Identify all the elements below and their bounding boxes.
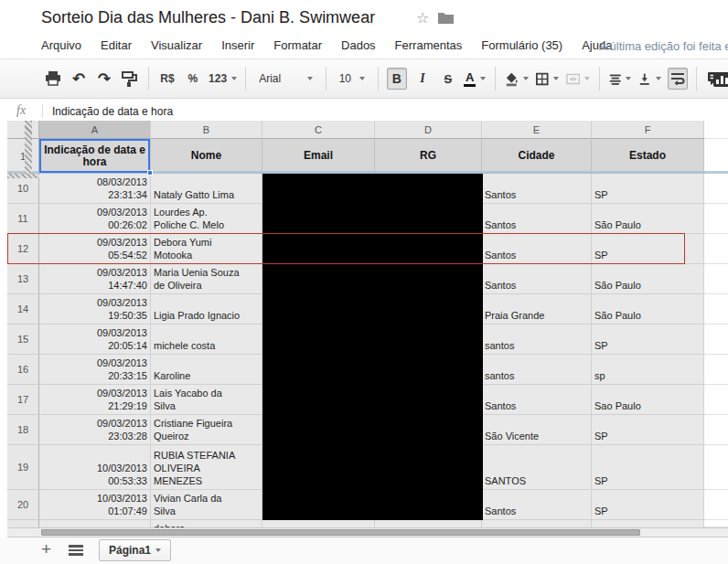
fill-handle[interactable]: [147, 170, 153, 176]
menu-dados[interactable]: Dados: [341, 38, 376, 52]
cell-datetime[interactable]: 09/03/2013 14:47:40: [39, 264, 151, 294]
cell-name[interactable]: Lais Yacabo da Silva: [151, 385, 262, 415]
column-header-d[interactable]: D: [375, 121, 482, 139]
row-header[interactable]: 15: [7, 325, 39, 355]
cell-city[interactable]: santos: [482, 355, 592, 385]
row-header[interactable]: 12: [7, 234, 39, 264]
cell-name-partial[interactable]: debora: [151, 520, 262, 527]
cell-state[interactable]: SP: [592, 174, 704, 204]
insert-chart-button[interactable]: [712, 69, 728, 90]
add-sheet-button[interactable]: +: [41, 539, 51, 559]
strikethrough-button[interactable]: S: [438, 68, 458, 90]
document-title[interactable]: Sorteio Dia das Mulheres - Dani B. Swimw…: [41, 8, 375, 27]
row-header[interactable]: 16: [7, 355, 39, 385]
cell-state[interactable]: SP: [592, 445, 704, 490]
column-header-c[interactable]: C: [262, 121, 375, 139]
print-button[interactable]: [43, 68, 63, 90]
cell-city[interactable]: Santos: [482, 174, 592, 204]
text-color-button[interactable]: A: [464, 68, 487, 90]
cell-state[interactable]: SP: [592, 415, 704, 445]
last-edit-status[interactable]: A última edição foi feita em: [599, 39, 728, 53]
cell-name[interactable]: Maria Uenia Souza de Oliveira: [151, 264, 262, 294]
formula-bar-input[interactable]: Indicação de data e hora: [52, 105, 173, 118]
menu-visualizar[interactable]: Visualizar: [151, 38, 202, 52]
column-header-f[interactable]: F: [592, 121, 704, 139]
wrap-text-button[interactable]: [668, 68, 688, 90]
cell-name[interactable]: Lourdes Ap. Poliche C. Melo: [151, 204, 262, 234]
cell-state[interactable]: SP: [592, 325, 704, 355]
cell-f1[interactable]: Estado: [592, 139, 704, 174]
borders-button[interactable]: [535, 68, 560, 90]
cell-state[interactable]: sp: [592, 355, 704, 385]
menu-ferramentas[interactable]: Ferramentas: [395, 38, 463, 52]
percent-format-button[interactable]: %: [183, 68, 203, 90]
cell-name[interactable]: Vivian Carla da Silva: [151, 490, 262, 520]
cell-datetime[interactable]: 10/03/2013 01:07:49: [39, 490, 151, 520]
scrollbar-thumb[interactable]: [41, 529, 640, 536]
cell-name[interactable]: Ligia Prado Ignacio: [151, 294, 262, 325]
cell-a1-selected[interactable]: Indicação de data e hora: [39, 139, 151, 174]
cell-datetime[interactable]: 09/03/2013 05:54:52: [39, 234, 151, 264]
cell-datetime[interactable]: 09/03/2013 20:33:15: [39, 355, 151, 385]
row-header[interactable]: 17: [7, 385, 39, 415]
cell-state[interactable]: São Paulo: [592, 264, 704, 294]
cell-name[interactable]: Cristiane Figueira Queiroz: [151, 415, 262, 445]
cell-datetime[interactable]: 08/03/2013 23:31:34: [39, 174, 151, 204]
currency-format-button[interactable]: R$: [157, 68, 177, 90]
cell-state[interactable]: São Paulo: [592, 294, 704, 325]
font-family-select[interactable]: Arial: [254, 68, 317, 90]
fill-color-button[interactable]: [504, 68, 530, 90]
cell-state[interactable]: Sao Paulo: [592, 385, 704, 415]
cell-name[interactable]: RUBIA STEFANIA OLIVEIRA MENEZES: [151, 445, 262, 490]
column-header-b[interactable]: B: [151, 121, 262, 139]
font-size-select[interactable]: 10: [335, 68, 369, 90]
cell-city[interactable]: São Vicente: [482, 415, 592, 445]
all-sheets-icon[interactable]: [69, 545, 83, 558]
cell-datetime[interactable]: 09/03/2013 21:29:19: [39, 385, 151, 415]
cell-state[interactable]: SP: [592, 490, 704, 520]
redo-button[interactable]: ↷: [94, 68, 114, 90]
paint-format-button[interactable]: [120, 68, 140, 90]
menu-formulario[interactable]: Formulário (35): [481, 38, 562, 52]
cell-state[interactable]: São Paulo: [592, 204, 704, 234]
row-header[interactable]: 13: [7, 264, 39, 294]
column-header-a[interactable]: A: [39, 121, 151, 139]
cell-d1[interactable]: RG: [375, 139, 482, 174]
merge-cells-button[interactable]: [565, 68, 591, 90]
row-header[interactable]: 19: [7, 445, 39, 490]
row-header[interactable]: 14: [7, 294, 39, 325]
horizontal-scrollbar[interactable]: [7, 527, 728, 537]
cell-name[interactable]: michele costa: [151, 325, 262, 355]
menu-formatar[interactable]: Formatar: [273, 38, 322, 52]
row-header[interactable]: 11: [7, 204, 39, 234]
cell-e1[interactable]: Cidade: [482, 139, 592, 174]
cell-city[interactable]: SANTOS: [482, 445, 592, 490]
cell-datetime[interactable]: 09/03/2013 23:03:28: [39, 415, 151, 445]
cell-b1[interactable]: Nome: [151, 139, 262, 174]
cell-c1[interactable]: Email: [262, 139, 375, 174]
cell-city[interactable]: Santos: [482, 234, 592, 264]
menu-inserir[interactable]: Inserir: [221, 38, 254, 52]
cell-state[interactable]: SP: [592, 234, 704, 264]
vertical-align-button[interactable]: [637, 68, 662, 90]
cell-datetime[interactable]: 09/03/2013 19:50:35: [39, 294, 151, 325]
menu-editar[interactable]: Editar: [101, 38, 132, 52]
cell-city[interactable]: Santos: [482, 385, 592, 415]
cell-city[interactable]: Santos: [482, 490, 592, 520]
cell-datetime[interactable]: 09/03/2013 20:05:14: [39, 325, 151, 355]
cell-city[interactable]: santos: [482, 325, 592, 355]
select-all-corner[interactable]: [7, 121, 39, 139]
column-header-e[interactable]: E: [482, 121, 592, 139]
star-icon[interactable]: ☆: [416, 9, 429, 27]
sheet-tab-pagina1[interactable]: Página1: [99, 539, 171, 561]
cell-city[interactable]: Santos: [482, 204, 592, 234]
cell-datetime[interactable]: 10/03/2013 00:53:33: [39, 445, 151, 490]
cell-city[interactable]: Santos: [482, 264, 592, 294]
cell-name[interactable]: Karoline: [151, 355, 262, 385]
cell-name[interactable]: Debora Yumi Motooka: [151, 234, 262, 264]
number-format-button[interactable]: 123: [209, 68, 237, 90]
menu-arquivo[interactable]: Arquivo: [41, 38, 81, 52]
row-header[interactable]: 20: [7, 490, 39, 520]
cell-name[interactable]: Nataly Gatto Lima: [151, 174, 262, 204]
horizontal-align-button[interactable]: [608, 68, 633, 90]
